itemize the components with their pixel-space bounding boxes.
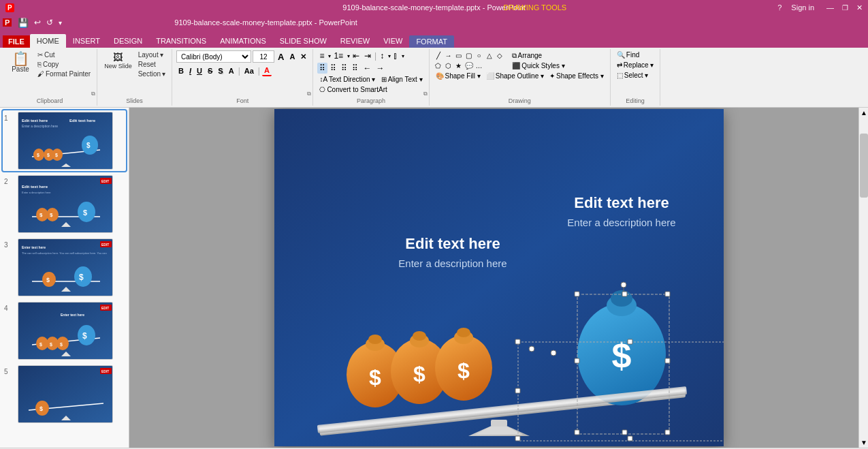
shape-more[interactable]: …: [475, 61, 484, 70]
tab-review[interactable]: REVIEW: [334, 34, 376, 48]
slide-thumb-5[interactable]: 5 EDIT $: [3, 364, 126, 424]
slide-thumb-4[interactable]: 4 EDIT Enter text here: [3, 300, 126, 361]
drawing-arrange-col: ⧉ Arrange ⬛ Quick Styles ▾: [510, 51, 567, 70]
decrease-font-button[interactable]: A: [287, 52, 297, 61]
reset-button[interactable]: Reset: [136, 60, 167, 69]
vertical-scrollbar[interactable]: ▲ ▼: [858, 108, 868, 448]
shape-hexagon[interactable]: ⬡: [444, 61, 453, 70]
shape-fill-button[interactable]: 🎨 Shape Fill ▾: [434, 72, 483, 80]
shape-pentagon[interactable]: ⬠: [434, 61, 443, 70]
change-case-button[interactable]: Aa: [242, 66, 256, 76]
align-center-button[interactable]: ⠿: [328, 63, 338, 74]
ltr-button[interactable]: →: [374, 63, 386, 74]
select-button[interactable]: ⬚ Select ▾: [615, 71, 651, 80]
columns-arrow[interactable]: ▾: [402, 53, 404, 59]
tab-slideshow[interactable]: SLIDE SHOW: [273, 34, 334, 48]
line-spacing-button[interactable]: ↕: [378, 50, 386, 61]
align-left-button[interactable]: ⠿: [317, 63, 327, 74]
font-size-input[interactable]: [253, 50, 274, 63]
tab-format[interactable]: FORMAT: [409, 35, 454, 48]
paste-button[interactable]: 📋 Paste: [7, 50, 34, 74]
svg-rect-87: [622, 292, 627, 296]
shape-diamond[interactable]: ◇: [495, 50, 504, 60]
italic-button[interactable]: I: [187, 66, 193, 76]
align-text-button[interactable]: ⊞ Align Text ▾: [379, 75, 425, 84]
bullets-arrow[interactable]: ▾: [328, 53, 331, 59]
shadow-button[interactable]: S: [216, 66, 225, 76]
shape-outline-button[interactable]: ⬜ Shape Outline ▾: [484, 72, 546, 80]
arrange-button[interactable]: ⧉ Arrange: [510, 51, 567, 61]
replace-button[interactable]: ⇄ Replace ▾: [615, 61, 656, 69]
shape-star[interactable]: ★: [454, 61, 464, 70]
canvas-area[interactable]: Edit text here Enter a description here …: [129, 108, 868, 448]
bold-button[interactable]: B: [176, 66, 186, 76]
slide-2-thumbnail: EDIT Edit text here Enter a description …: [18, 175, 113, 233]
format-painter-button[interactable]: 🖌 Format Painter: [35, 69, 93, 78]
new-slide-button[interactable]: 🖼 New Slide: [101, 50, 135, 71]
shape-callout[interactable]: 💬: [464, 61, 474, 70]
paragraph-expand-icon[interactable]: ⧉: [423, 91, 428, 97]
strikethrough-button[interactable]: S: [206, 66, 214, 76]
increase-font-button[interactable]: A: [276, 51, 286, 63]
save-button[interactable]: 💾: [16, 17, 31, 29]
font-expand-icon[interactable]: ⧉: [307, 91, 311, 97]
underline-button[interactable]: U: [195, 66, 204, 76]
shape-effects-button[interactable]: ✦ Shape Effects ▾: [547, 72, 606, 80]
shape-rect[interactable]: ▭: [454, 50, 464, 60]
shape-round-rect[interactable]: ▢: [464, 50, 474, 60]
section-button[interactable]: Section ▾: [136, 69, 167, 78]
redo-button[interactable]: ↺: [44, 17, 55, 28]
customize-quick-access-button[interactable]: ▾: [57, 18, 64, 27]
tab-insert[interactable]: INSERT: [66, 34, 107, 48]
layout-button[interactable]: Layout ▾: [136, 50, 167, 59]
quick-styles-button[interactable]: ⬛ Quick Styles ▾: [510, 61, 567, 70]
svg-text:Enter a description here: Enter a description here: [22, 191, 51, 194]
convert-smartart-button[interactable]: ⎔ Convert to SmartArt: [317, 85, 389, 94]
shape-oval[interactable]: ○: [475, 50, 484, 60]
svg-text:$: $: [55, 153, 58, 158]
align-right-button[interactable]: ⠿: [339, 63, 349, 74]
shape-line[interactable]: ╱: [434, 50, 443, 60]
tab-transitions[interactable]: TRANSITIONS: [149, 34, 213, 48]
svg-text:$: $: [39, 405, 43, 412]
close-button[interactable]: ✕: [856, 3, 863, 12]
help-button[interactable]: ?: [777, 3, 782, 12]
font-name-select[interactable]: Calibri (Body): [176, 50, 251, 63]
shape-triangle[interactable]: △: [485, 50, 494, 60]
columns-button[interactable]: ⫿: [391, 50, 400, 61]
slide-thumb-2[interactable]: 2 EDIT Edit text here Enter a descriptio…: [3, 174, 126, 234]
restore-button[interactable]: ❐: [842, 4, 848, 12]
tab-home[interactable]: HOME: [30, 34, 66, 48]
tab-design[interactable]: DESIGN: [107, 34, 149, 48]
increase-indent-button[interactable]: ⇥: [362, 50, 373, 61]
rtl-button[interactable]: ←: [361, 63, 373, 74]
char-spacing-button[interactable]: A: [227, 66, 236, 76]
shape-arrow[interactable]: →: [444, 50, 453, 60]
window-title: 9109-balance-scale-money-template.pptx -…: [342, 3, 525, 12]
text-direction-button[interactable]: ↕A Text Direction▾: [317, 75, 376, 84]
copy-button[interactable]: ⎘ Copy: [35, 60, 93, 69]
slide-thumb-1[interactable]: 1 Edit text here Edit text here Enter a …: [3, 110, 126, 171]
sign-in[interactable]: Sign in: [791, 3, 814, 12]
tab-file[interactable]: FILE: [3, 35, 30, 48]
find-button[interactable]: 🔍 Find: [615, 50, 641, 59]
svg-text:$: $: [83, 208, 87, 217]
slide-thumb-3[interactable]: 3 EDIT Enter text here The can sell subs…: [3, 237, 126, 298]
numbering-arrow[interactable]: ▾: [347, 53, 350, 59]
bullets-button[interactable]: ≡: [317, 50, 326, 61]
font-color-button[interactable]: A: [262, 65, 272, 76]
justify-button[interactable]: ⠿: [350, 63, 360, 74]
tab-view[interactable]: VIEW: [376, 34, 409, 48]
clipboard-expand-icon[interactable]: ⧉: [91, 91, 95, 97]
clear-format-button[interactable]: ✕: [298, 52, 308, 62]
line-spacing-arrow[interactable]: ▾: [388, 53, 391, 59]
paragraph-label: Paragraph: [357, 96, 385, 104]
cut-button[interactable]: ✂ Cut: [35, 50, 93, 59]
slides-group: 🖼 New Slide Layout ▾ Reset Section ▾ Sli…: [97, 49, 172, 106]
minimize-button[interactable]: —: [826, 3, 834, 12]
undo-button[interactable]: ↩: [32, 17, 43, 28]
numbering-button[interactable]: 1≡: [332, 50, 345, 61]
tab-animations[interactable]: ANIMATIONS: [213, 34, 273, 48]
decrease-indent-button[interactable]: ⇤: [351, 50, 361, 61]
slide-canvas[interactable]: Edit text here Enter a description here …: [274, 109, 724, 446]
